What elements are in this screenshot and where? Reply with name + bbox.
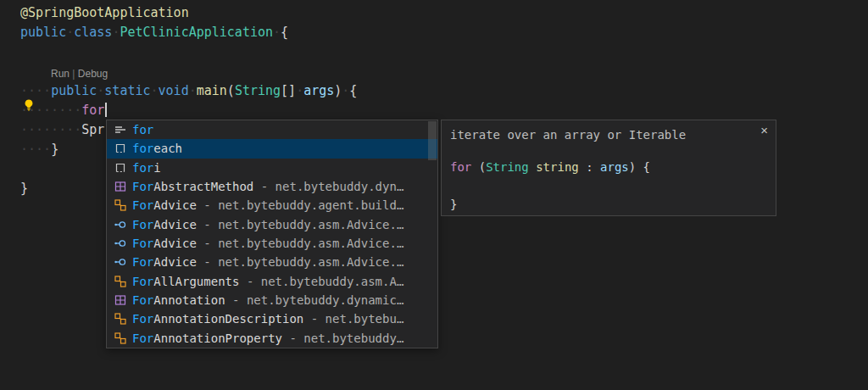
code-token: {: [349, 83, 357, 98]
code-token: ········: [20, 122, 81, 137]
code-token: ): [334, 83, 342, 98]
symbol-snippet-icon: [114, 142, 127, 155]
text-cursor: [105, 103, 107, 117]
suggest-label-match: For: [132, 198, 153, 212]
code-token: {: [281, 25, 288, 40]
suggest-item[interactable]: ForAdvice - net.bytebuddy.asm.Advice.…: [107, 215, 437, 234]
codelens-run-link[interactable]: Run: [51, 68, 70, 80]
codelens-line: Run | Debug: [20, 62, 357, 81]
codelens-debug-link[interactable]: Debug: [78, 68, 108, 80]
docs-code-token: ) {: [629, 160, 650, 174]
close-icon[interactable]: ×: [760, 123, 768, 138]
suggest-item[interactable]: ForAnnotationDescription - net.bytebu…: [107, 309, 437, 328]
suggest-item-detail: - net.bytebuddy.agent.build…: [197, 198, 403, 212]
lightbulb-icon[interactable]: [22, 98, 36, 112]
code-token: ·: [273, 25, 281, 40]
suggest-item-detail: - net.bytebuddy.dyn…: [253, 180, 403, 193]
suggest-label-match: for: [132, 123, 153, 136]
docs-code-line: }: [450, 195, 767, 214]
docs-code-line: [450, 176, 767, 195]
symbol-snippet-icon: [114, 161, 127, 175]
suggest-label-match: For: [132, 332, 153, 345]
code-token: ·: [97, 83, 104, 98]
suggest-label: AnnotationDescription: [153, 312, 303, 326]
code-token: ·: [189, 83, 197, 98]
code-token: Spr: [81, 122, 104, 137]
code-token: (: [227, 83, 235, 98]
main-method-line: ····public·static·void·main(String[]·arg…: [20, 81, 357, 101]
code-token: for: [81, 103, 104, 118]
code-token: }: [20, 181, 28, 196]
suggest-label: AnnotationProperty: [153, 332, 282, 345]
blank-line: [20, 42, 357, 62]
docs-code-token: [529, 160, 536, 174]
docs-summary: iterate over an array or Iterable: [450, 126, 767, 143]
suggest-label: each: [153, 142, 182, 155]
suggest-label: Advice: [153, 218, 197, 231]
suggest-widget: forforeachforiForAbstractMethod - net.by…: [106, 120, 438, 348]
docs-code-block: for (String string : args) { }: [450, 158, 767, 214]
docs-code-line: for (String string : args) {: [450, 158, 767, 176]
code-token: ·: [151, 83, 159, 98]
suggest-docs-panel: × iterate over an array or Iterable for …: [441, 120, 776, 216]
suggest-list: forforeachforiForAbstractMethod - net.by…: [107, 120, 437, 348]
suggest-item-detail: - net.bytebuddy.asm.Advice.…: [197, 255, 403, 269]
suggest-label-match: for: [132, 161, 153, 175]
editor[interactable]: @SpringBootApplicationpublic·class·PetCl…: [0, 0, 868, 390]
suggest-label-match: For: [132, 180, 153, 193]
suggest-item[interactable]: ForAdvice - net.bytebuddy.asm.Advice.…: [107, 253, 437, 271]
suggest-item-detail: - net.bytebuddy.asm.Advice.…: [197, 218, 403, 231]
code-token: ·: [342, 83, 349, 98]
suggest-item[interactable]: fori: [107, 159, 437, 177]
symbol-struct-icon: [114, 293, 127, 307]
docs-code-token: String: [486, 160, 529, 174]
suggest-item[interactable]: ForAnnotationProperty - net.bytebuddy…: [107, 329, 437, 348]
suggest-label: Advice: [153, 198, 197, 212]
suggest-item[interactable]: ForAdvice - net.bytebuddy.agent.build…: [107, 196, 437, 214]
suggest-item[interactable]: ForAllArguments - net.bytebuddy.asm.A…: [107, 272, 437, 291]
symbol-class-icon: [114, 312, 127, 326]
suggest-label: i: [153, 161, 160, 175]
code-token: PetClinicApplication: [120, 25, 273, 40]
symbol-class-icon: [114, 332, 127, 345]
suggest-label-match: for: [132, 142, 153, 155]
suggest-item-detail: - net.bytebuddy.asm.A…: [239, 275, 403, 288]
code-token: main: [197, 83, 227, 98]
suggest-label-match: For: [132, 255, 153, 269]
code-token: public: [51, 83, 97, 98]
docs-code-token: for: [450, 160, 471, 174]
suggest-item-detail: - net.bytebuddy.dynamic…: [225, 293, 404, 307]
code-token: args: [303, 83, 334, 98]
symbol-class-icon: [114, 275, 127, 288]
symbol-struct-icon: [114, 180, 127, 193]
code-token: public: [20, 25, 66, 40]
suggest-item[interactable]: foreach: [107, 139, 437, 158]
docs-code-token: args: [600, 160, 629, 174]
annotation-line: @SpringBootApplication: [20, 3, 357, 23]
suggest-item[interactable]: ForAdvice - net.bytebuddy.asm.Advice.…: [107, 234, 437, 253]
code-token: String: [235, 83, 281, 98]
suggest-label: Advice: [153, 255, 197, 269]
suggest-label: Advice: [153, 237, 197, 250]
suggest-label: AbstractMethod: [153, 180, 253, 193]
suggest-item[interactable]: ForAnnotation - net.bytebuddy.dynamic…: [107, 291, 437, 309]
symbol-interface-icon: [114, 255, 127, 269]
suggest-item-detail: - net.bytebu…: [303, 312, 403, 326]
suggest-item-detail: - net.bytebuddy.asm.Advice.…: [197, 237, 403, 250]
code-token: ····: [20, 142, 51, 157]
suggest-item[interactable]: for: [107, 120, 437, 139]
code-token: ····: [20, 83, 51, 98]
code-token: class: [74, 25, 112, 40]
docs-code-token: }: [450, 198, 457, 211]
symbol-interface-icon: [114, 218, 127, 231]
scrollbar-thumb[interactable]: [428, 121, 437, 160]
suggest-item[interactable]: ForAbstractMethod - net.bytebuddy.dyn…: [107, 177, 437, 196]
suggest-label: Annotation: [153, 293, 225, 307]
symbol-interface-icon: [114, 237, 127, 250]
suggest-label-match: For: [132, 218, 153, 231]
codelens-separator: |: [70, 68, 78, 80]
symbol-class-icon: [114, 198, 127, 212]
typed-for-line: ········for: [20, 101, 357, 120]
suggest-label-match: For: [132, 237, 153, 250]
suggest-item-detail: - net.bytebuddy…: [282, 332, 403, 345]
